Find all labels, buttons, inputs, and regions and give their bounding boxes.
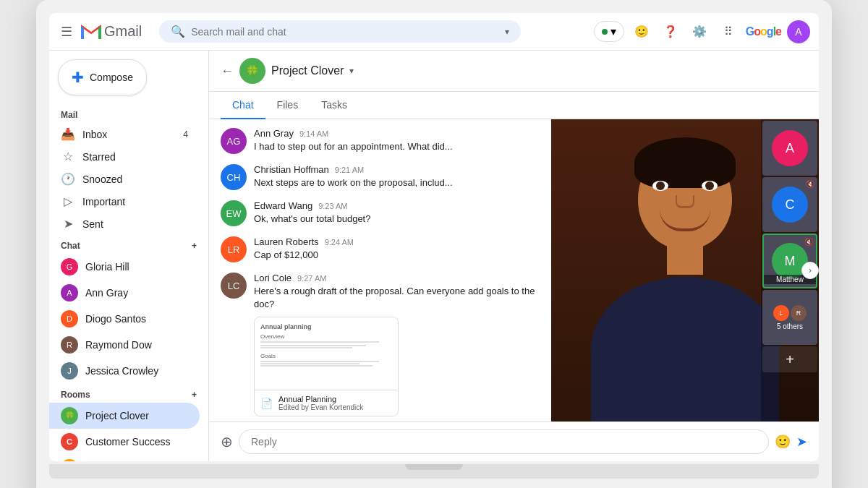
expand-video-icon[interactable]: › [801, 262, 819, 279]
emoji-icon[interactable]: 🙂 [630, 20, 653, 43]
sidebar-item-project-clover[interactable]: 🍀 Project Clover [49, 403, 200, 429]
settings-icon[interactable]: ⚙️ [688, 20, 711, 43]
ann-label: Ann Gray [85, 287, 128, 299]
back-arrow-icon[interactable]: ← [221, 64, 234, 79]
mic-off-icon: 🔇 [806, 180, 814, 188]
sidebar-item-jessica[interactable]: J Jessica Crowley [49, 358, 200, 384]
attachment-info: Annual Planning Edited by Evan Kortendic… [278, 395, 363, 411]
sidebar-item-diogo[interactable]: D Diogo Santos [49, 306, 200, 332]
doc-icon: 📄 [260, 398, 273, 409]
msg-name-lori: Lori Cole [254, 273, 292, 283]
reply-input[interactable] [239, 429, 769, 454]
msg-avatar-christian: CH [221, 164, 247, 190]
sidebar-item-yosemite[interactable]: ⛺ Yosemite offsite [49, 455, 200, 461]
msg-avatar-lori: LC [221, 273, 247, 299]
customer-success-icon: C [61, 433, 78, 450]
matthew-mic-off-icon: 🔇 [804, 238, 813, 246]
room-dropdown-icon[interactable]: ▾ [349, 66, 354, 76]
jessica-avatar: J [61, 362, 78, 380]
msg-name-edward: Edward Wang [254, 200, 312, 211]
hamburger-icon[interactable]: ☰ [58, 21, 75, 43]
msg-header-lori: Lori Cole 9:27 AM [254, 273, 540, 283]
msg-time-edward: 9:23 AM [318, 202, 347, 210]
status-dropdown-arrow: ▾ [610, 25, 616, 38]
msg-avatar-edward: EW [221, 200, 247, 226]
top-bar: ☰ Gmail 🔍 ▾ ▾ [49, 13, 819, 51]
apps-icon[interactable]: ⠿ [717, 20, 740, 43]
person-smile [660, 210, 710, 231]
msg-text-christian: Next steps are to work on the proposal, … [254, 176, 540, 189]
tab-tasks[interactable]: Tasks [310, 92, 359, 119]
gloria-label: Gloria Hill [85, 261, 129, 273]
important-icon: ▷ [61, 194, 75, 208]
sidebar-item-inbox[interactable]: 📥 Inbox 4 [49, 123, 200, 145]
mail-section-label: Mail [49, 104, 208, 123]
room-avatar-large: 🍀 [239, 58, 265, 84]
rooms-add-icon[interactable]: + [192, 390, 197, 400]
status-indicator[interactable]: ▾ [594, 21, 624, 42]
yosemite-icon: ⛺ [61, 459, 78, 461]
sidebar-item-raymond[interactable]: R Raymond Dow [49, 332, 200, 358]
person-head [638, 148, 732, 249]
person-body [591, 277, 779, 421]
content-area: ← 🍀 Project Clover ▾ Chat Files Tasks [208, 51, 819, 461]
search-dropdown-arrow[interactable]: ▾ [505, 27, 509, 37]
sidebar-item-gloria[interactable]: G Gloria Hill [49, 254, 200, 280]
svg-rect-0 [81, 26, 84, 39]
sidebar-item-snoozed[interactable]: 🕐 Snoozed [49, 168, 200, 190]
video-thumb-others[interactable]: L R 5 others [762, 290, 817, 345]
sidebar-item-starred[interactable]: ☆ Starred [49, 145, 200, 168]
ann-avatar: A [61, 284, 78, 301]
chat-tabs: Chat Files Tasks [209, 92, 819, 119]
add-participant-button[interactable]: + [762, 346, 817, 372]
person-hair [634, 137, 736, 188]
search-input[interactable] [191, 26, 499, 38]
sidebar-item-ann[interactable]: A Ann Gray [49, 280, 200, 306]
search-bar[interactable]: 🔍 ▾ [159, 20, 521, 43]
msg-text-lori: Here's a rough draft of the proposal. Ca… [254, 285, 540, 311]
message-row: CH Christian Hoffman 9:21 AM Next steps … [221, 164, 540, 190]
attachment-name: Annual Planning [278, 395, 363, 403]
msg-content-christian: Christian Hoffman 9:21 AM Next steps are… [254, 164, 540, 189]
diogo-avatar: D [61, 310, 78, 328]
video-thumb-2[interactable]: C 🔇 [762, 177, 817, 232]
chat-add-icon[interactable]: + [192, 241, 197, 251]
video-thumb-1[interactable]: A [762, 121, 817, 176]
msg-content-lauren: Lauren Roberts 9:24 AM Cap of $12,000 [254, 236, 540, 262]
sidebar-item-sent[interactable]: ➤ Sent [49, 213, 200, 235]
chat-video-container: AG Ann Gray 9:14 AM I had to step out fo… [209, 119, 819, 421]
reply-add-icon[interactable]: ⊕ [221, 433, 233, 450]
attachment-card[interactable]: Annual planning Overview Goals [254, 317, 399, 416]
msg-name-christian: Christian Hoffman [254, 164, 329, 175]
msg-header-lauren: Lauren Roberts 9:24 AM [254, 236, 540, 247]
msg-header-edward: Edward Wang 9:23 AM [254, 200, 540, 211]
sidebar-item-customer-success[interactable]: C Customer Success [49, 429, 200, 455]
important-label: Important [82, 196, 125, 207]
starred-label: Starred [82, 151, 116, 163]
clover-room-icon: 🍀 [61, 407, 78, 424]
compose-button[interactable]: ✚ Compose [58, 59, 147, 95]
gmail-text: Gmail [104, 23, 142, 40]
rooms-section-label: Rooms + [49, 384, 208, 403]
others-avatar-2: R [791, 305, 807, 321]
tab-files[interactable]: Files [265, 92, 310, 119]
msg-content-lori: Lori Cole 9:27 AM Here's a rough draft o… [254, 273, 540, 416]
sidebar-item-important[interactable]: ▷ Important [49, 190, 200, 213]
user-avatar[interactable]: A [787, 20, 810, 43]
reply-send-icon[interactable]: ➤ [796, 434, 807, 450]
project-clover-label: Project Clover [85, 410, 149, 421]
gmail-m-icon [81, 25, 101, 39]
msg-content-ann: Ann Gray 9:14 AM I had to step out for a… [254, 128, 540, 153]
others-count-label: 5 others [777, 322, 803, 330]
reply-emoji-icon[interactable]: 🙂 [775, 434, 791, 450]
right-eye [702, 181, 718, 191]
msg-header-christian: Christian Hoffman 9:21 AM [254, 164, 540, 175]
laptop-frame: ☰ Gmail 🔍 ▾ ▾ [36, 0, 832, 488]
video-thumb-matthew[interactable]: M 🔇 Matthew [762, 234, 817, 288]
help-icon[interactable]: ❓ [659, 20, 682, 43]
inbox-label: Inbox [82, 129, 107, 140]
inbox-badge: 4 [183, 129, 188, 140]
tab-chat[interactable]: Chat [221, 92, 265, 119]
top-bar-actions: ▾ 🙂 ❓ ⚙️ ⠿ Google A [594, 20, 810, 43]
customer-success-label: Customer Success [85, 436, 170, 448]
